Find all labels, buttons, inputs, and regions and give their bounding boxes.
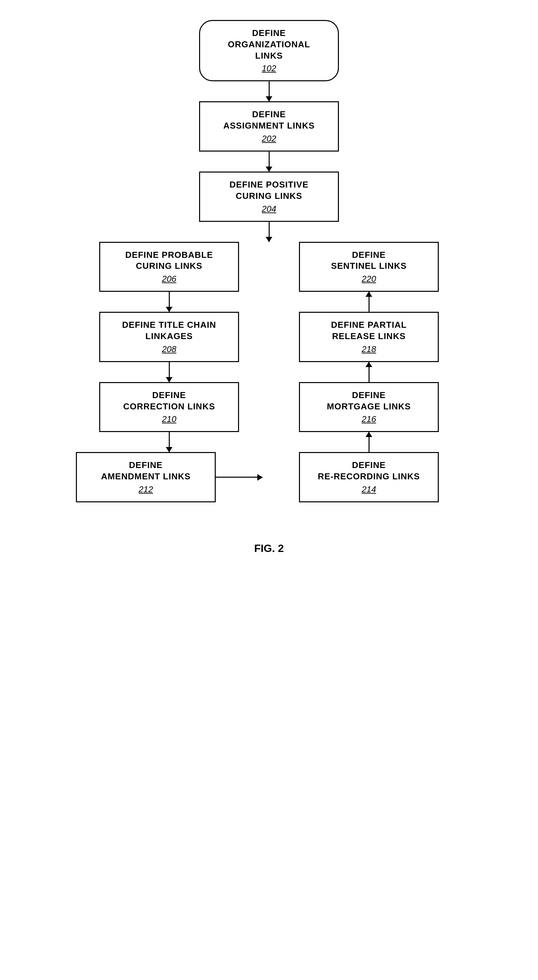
node-212-row: DEFINE AMENDMENT LINKS 212 (76, 452, 262, 502)
node-208-number: 208 (162, 344, 176, 355)
node-204-number: 204 (262, 204, 276, 214)
node-206-label: DEFINE PROBABLE CURING LINKS (125, 250, 213, 272)
node-212-label: DEFINE AMENDMENT LINKS (101, 460, 190, 482)
arrow-202-to-204 (269, 151, 270, 172)
node-216-label: DEFINE MORTGAGE LINKS (327, 390, 411, 412)
arrow-206-to-208 (169, 292, 170, 312)
node-208-label: DEFINE TITLE CHAIN LINKAGES (122, 320, 216, 342)
right-column: DEFINE SENTINEL LINKS 220 DEFINE PARTIAL… (289, 242, 449, 502)
node-210: DEFINE CORRECTION LINKS 210 (99, 382, 239, 433)
node-220-label: DEFINE SENTINEL LINKS (331, 250, 406, 272)
arrow-102-to-202 (269, 81, 270, 101)
node-214-label: DEFINE RE-RECORDING LINKS (318, 460, 420, 482)
flowchart: DEFINE ORGANIZATIONAL LINKS 102 DEFINE A… (27, 20, 511, 555)
main-column: DEFINE ORGANIZATIONAL LINKS 102 DEFINE A… (189, 20, 349, 242)
figure-label: FIG. 2 (254, 542, 284, 555)
arrow-214-to-216 (368, 432, 370, 452)
node-216: DEFINE MORTGAGE LINKS 216 (299, 382, 439, 433)
node-204-label: DEFINE POSITIVE CURING LINKS (229, 179, 309, 202)
node-202: DEFINE ASSIGNMENT LINKS 202 (199, 101, 339, 151)
node-212: DEFINE AMENDMENT LINKS 212 (76, 452, 216, 502)
node-218-number: 218 (362, 344, 376, 355)
arrow-216-to-218 (368, 362, 370, 382)
node-208: DEFINE TITLE CHAIN LINKAGES 208 (99, 312, 239, 362)
arrow-204-to-206 (269, 222, 270, 242)
node-102: DEFINE ORGANIZATIONAL LINKS 102 (199, 20, 339, 81)
node-102-label: DEFINE ORGANIZATIONAL LINKS (210, 28, 328, 61)
node-202-label: DEFINE ASSIGNMENT LINKS (224, 109, 315, 132)
node-220-number: 220 (362, 274, 376, 284)
node-202-number: 202 (262, 134, 276, 144)
two-col-section: DEFINE PROBABLE CURING LINKS 206 DEFINE … (27, 242, 511, 502)
node-210-label: DEFINE CORRECTION LINKS (123, 390, 215, 412)
node-204: DEFINE POSITIVE CURING LINKS 204 (199, 172, 339, 222)
page: DEFINE ORGANIZATIONAL LINKS 102 DEFINE A… (0, 0, 538, 980)
node-220: DEFINE SENTINEL LINKS 220 (299, 242, 439, 292)
arrow-208-to-210 (169, 362, 170, 382)
node-210-number: 210 (162, 414, 176, 425)
node-212-number: 212 (138, 484, 153, 495)
node-218-label: DEFINE PARTIAL RELEASE LINKS (331, 320, 406, 342)
node-214: DEFINE RE-RECORDING LINKS 214 (299, 452, 439, 502)
node-218: DEFINE PARTIAL RELEASE LINKS 218 (299, 312, 439, 362)
node-206: DEFINE PROBABLE CURING LINKS 206 (99, 242, 239, 292)
arrow-210-to-212 (169, 432, 170, 452)
left-column: DEFINE PROBABLE CURING LINKS 206 DEFINE … (89, 242, 249, 502)
node-206-number: 206 (162, 274, 176, 284)
node-102-number: 102 (262, 63, 276, 74)
node-216-number: 216 (362, 414, 376, 425)
node-214-number: 214 (362, 484, 376, 495)
arrow-212-to-214 (216, 477, 262, 478)
arrow-218-to-220 (368, 292, 370, 312)
